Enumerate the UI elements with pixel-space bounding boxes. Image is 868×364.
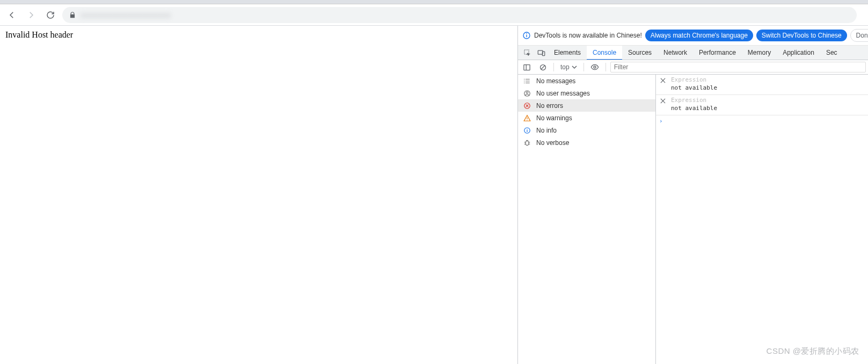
sidebar-item-info[interactable]: No info bbox=[518, 124, 655, 136]
separator bbox=[606, 63, 606, 71]
expression-placeholder[interactable]: Expression bbox=[671, 76, 866, 83]
svg-point-21 bbox=[527, 128, 527, 129]
toggle-sidebar-button[interactable] bbox=[520, 61, 533, 74]
page-viewport: Invalid Host header bbox=[0, 26, 518, 364]
console-toolbar: top bbox=[518, 60, 868, 75]
arrow-right-icon bbox=[26, 10, 36, 20]
reload-button[interactable] bbox=[43, 8, 58, 23]
bug-icon bbox=[523, 139, 531, 147]
sidebar-item-messages[interactable]: No messages bbox=[518, 75, 655, 87]
sidebar-item-verbose[interactable]: No verbose bbox=[518, 136, 655, 149]
svg-point-11 bbox=[524, 78, 524, 79]
device-icon bbox=[537, 49, 545, 57]
address-bar[interactable]: xxxxxxxxxxxxxxxxxxxxxxxx bbox=[62, 7, 857, 23]
tab-sources[interactable]: Sources bbox=[622, 46, 658, 60]
browser-tab-strip bbox=[0, 0, 868, 4]
reload-icon bbox=[46, 10, 55, 20]
svg-point-18 bbox=[527, 119, 527, 120]
browser-toolbar: xxxxxxxxxxxxxxxxxxxxxxxx bbox=[0, 4, 868, 26]
tab-performance[interactable]: Performance bbox=[693, 46, 742, 60]
console-main: Expression not available Expression not … bbox=[656, 75, 868, 364]
svg-line-9 bbox=[541, 65, 545, 69]
infobar-match-language-button[interactable]: Always match Chrome's language bbox=[645, 30, 753, 41]
infobar-message: DevTools is now available in Chinese! bbox=[534, 32, 642, 39]
live-expression-row[interactable]: Expression not available bbox=[656, 95, 868, 115]
sidebar-icon bbox=[523, 63, 531, 71]
tab-console[interactable]: Console bbox=[587, 46, 622, 60]
lock-icon bbox=[69, 11, 76, 19]
devtools-panel: DevTools is now available in Chinese! Al… bbox=[518, 26, 868, 364]
sidebar-item-label: No user messages bbox=[536, 90, 590, 97]
infobar-switch-button[interactable]: Switch DevTools to Chinese bbox=[756, 30, 847, 41]
separator bbox=[553, 63, 554, 71]
sidebar-item-warnings[interactable]: No warnings bbox=[518, 112, 655, 124]
sidebar-item-label: No errors bbox=[536, 102, 563, 110]
svg-point-12 bbox=[524, 81, 524, 81]
warning-icon bbox=[523, 114, 531, 122]
expression-placeholder[interactable]: Expression bbox=[671, 97, 866, 104]
live-expression-row[interactable]: Expression not available bbox=[656, 75, 868, 95]
svg-rect-4 bbox=[538, 50, 543, 54]
expression-value: not available bbox=[671, 83, 866, 91]
sidebar-item-label: No messages bbox=[536, 77, 575, 85]
expression-value: not available bbox=[671, 104, 866, 112]
sidebar-item-label: No warnings bbox=[536, 114, 572, 122]
inspect-icon bbox=[523, 49, 531, 57]
devtools-tab-bar: Elements Console Sources Network Perform… bbox=[518, 46, 868, 60]
clear-console-button[interactable] bbox=[536, 61, 549, 74]
filter-input[interactable] bbox=[610, 62, 866, 72]
tab-network[interactable]: Network bbox=[658, 46, 693, 60]
sidebar-item-user-messages[interactable]: No user messages bbox=[518, 87, 655, 99]
console-prompt[interactable]: › bbox=[656, 115, 868, 127]
error-icon bbox=[523, 102, 531, 110]
chevron-down-icon bbox=[572, 64, 577, 70]
sidebar-item-label: No verbose bbox=[536, 139, 569, 147]
console-body: No messages No user messages No errors N… bbox=[518, 75, 868, 364]
page-body-text: Invalid Host header bbox=[5, 30, 73, 39]
user-icon bbox=[523, 90, 531, 97]
url-text: xxxxxxxxxxxxxxxxxxxxxxxx bbox=[81, 11, 171, 19]
close-icon[interactable] bbox=[659, 77, 667, 84]
console-sidebar: No messages No user messages No errors N… bbox=[518, 75, 656, 364]
info-icon bbox=[522, 31, 531, 40]
content-row: Invalid Host header DevTools is now avai… bbox=[0, 26, 868, 364]
svg-point-10 bbox=[594, 66, 596, 68]
svg-point-22 bbox=[526, 141, 529, 145]
device-toolbar-button[interactable] bbox=[534, 46, 548, 60]
close-icon[interactable] bbox=[659, 97, 667, 105]
context-label: top bbox=[560, 63, 570, 71]
sidebar-item-label: No info bbox=[536, 127, 557, 134]
svg-rect-6 bbox=[523, 64, 529, 70]
tab-application[interactable]: Application bbox=[777, 46, 820, 60]
forward-button[interactable] bbox=[24, 8, 39, 23]
context-selector[interactable]: top bbox=[558, 63, 579, 71]
tab-memory[interactable]: Memory bbox=[742, 46, 777, 60]
live-expression-button[interactable] bbox=[588, 61, 601, 74]
svg-point-15 bbox=[526, 91, 528, 93]
inspect-element-button[interactable] bbox=[520, 46, 534, 60]
devtools-infobar: DevTools is now available in Chinese! Al… bbox=[518, 26, 868, 46]
infobar-dismiss-button[interactable]: Don't bbox=[850, 29, 868, 42]
clear-icon bbox=[539, 63, 547, 71]
svg-point-2 bbox=[526, 33, 527, 34]
tab-security[interactable]: Sec bbox=[820, 46, 843, 60]
arrow-left-icon bbox=[7, 10, 17, 20]
separator bbox=[583, 63, 584, 71]
tab-elements[interactable]: Elements bbox=[548, 46, 587, 60]
svg-point-13 bbox=[524, 82, 524, 83]
sidebar-item-errors[interactable]: No errors bbox=[518, 99, 655, 112]
back-button[interactable] bbox=[4, 8, 19, 23]
eye-icon bbox=[590, 63, 599, 71]
info-icon bbox=[523, 127, 531, 134]
list-icon bbox=[523, 77, 531, 85]
